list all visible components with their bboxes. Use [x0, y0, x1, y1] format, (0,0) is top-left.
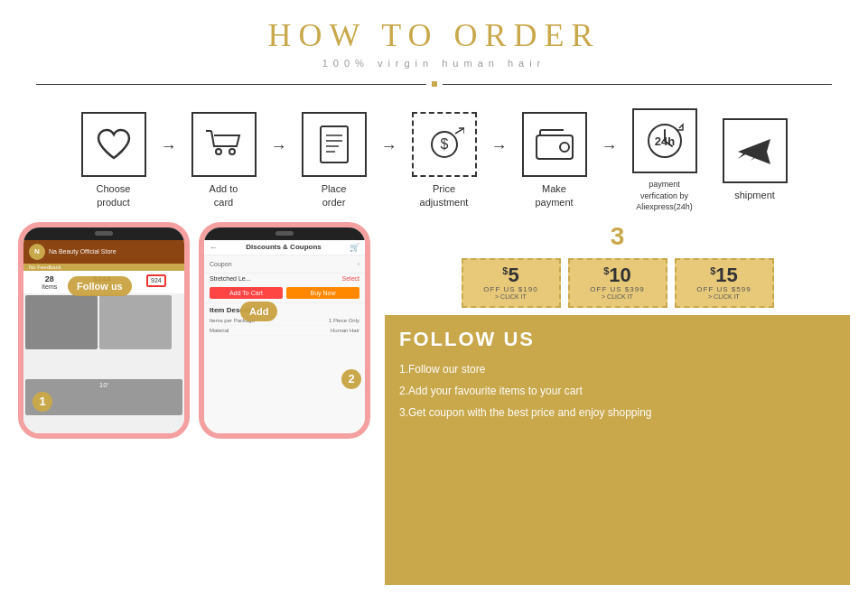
step-choose-product: Chooseproduct: [69, 112, 159, 210]
page-title: HOW TO ORDER: [0, 16, 868, 54]
svg-rect-3: [321, 126, 348, 162]
header: HOW TO ORDER 100% virgin human hair: [0, 0, 868, 76]
steps-row: Chooseproduct → Add tocard →: [0, 92, 868, 222]
p2-coupon-section: Coupon ›: [204, 255, 365, 273]
shipment-label: shipment: [734, 189, 775, 202]
coupon-10-amount: $10: [603, 265, 631, 285]
follow-item-3: 3.Get coupon with the best price and enj…: [399, 402, 835, 423]
arrow-4: →: [491, 137, 508, 156]
svg-line-10: [455, 128, 464, 134]
phone1-wrap: N Na Beauty Official Store No Feedback 2…: [18, 222, 190, 439]
p2-coupon-row: Coupon ›: [210, 259, 359, 269]
arrow-1: →: [161, 137, 177, 156]
plane-icon-box: [723, 118, 788, 183]
phone2-topbar: [204, 227, 365, 240]
coupon-5: $5 OFF US $190 > CLICK IT: [462, 258, 561, 308]
right-panel: 3 $5 OFF US $190 > CLICK IT $10 OFF US $…: [385, 222, 850, 585]
price-icon: $: [425, 125, 464, 164]
choose-product-icon-box: [81, 112, 146, 177]
p2-stretched: Stretched Le... Select: [204, 273, 365, 283]
p1-logo: N: [29, 244, 45, 260]
p2-header: ← Discounts & Coupons 🛒: [204, 240, 365, 255]
arrow-3: →: [381, 137, 397, 156]
phone2-screen: ← Discounts & Coupons 🛒 Coupon › Stretch…: [204, 240, 365, 439]
p1-items: 28 Items: [42, 274, 57, 290]
arrow-2: →: [271, 137, 287, 156]
p2-title: Discounts & Coupons: [246, 243, 322, 251]
svg-rect-14: [560, 143, 569, 152]
coupon-10-off: OFF US $399: [590, 285, 644, 293]
coupon-15-off: OFF US $599: [696, 285, 751, 293]
phone2-wrap: ← Discounts & Coupons 🛒 Coupon › Stretch…: [199, 222, 370, 439]
p1-header: N Na Beauty Official Store: [23, 240, 184, 264]
p1-product-1: [25, 295, 98, 349]
clock-icon-box: 24h: [632, 108, 697, 173]
place-order-label: Placeorder: [322, 182, 347, 210]
coupon-5-click[interactable]: > CLICK IT: [495, 293, 527, 300]
phone2-frame: ← Discounts & Coupons 🛒 Coupon › Stretch…: [199, 222, 370, 439]
phone2-notch: [275, 231, 294, 236]
wallet-icon: [535, 128, 574, 161]
clock24-icon: 24h: [645, 121, 685, 161]
payment-verification-label: paymentverfication byAliexpress(24h): [636, 179, 693, 213]
add-to-cart-button[interactable]: Add To Cart: [210, 287, 283, 299]
page-subtitle: 100% virgin human hair: [0, 58, 868, 69]
arrow-5: →: [602, 137, 618, 156]
price-adjustment-label: Priceadjustment: [420, 182, 469, 210]
p1-circle-924: 924: [146, 274, 166, 290]
plane-icon: [734, 134, 776, 168]
bottom-section: N Na Beauty Official Store No Feedback 2…: [0, 222, 868, 594]
coupon-15-amount: $15: [710, 265, 738, 285]
p1-products: 10': [23, 293, 184, 439]
divider-dot: [432, 81, 437, 87]
step-payment-verification: 24h paymentverfication byAliexpress(24h): [620, 108, 710, 213]
follow-box: FOLLOW US 1.Follow our store 2.Add your …: [385, 315, 850, 585]
svg-point-1: [216, 149, 221, 154]
follow-title: FOLLOW US: [399, 328, 835, 351]
order-icon: [317, 125, 351, 164]
cart-icon-box: [191, 112, 257, 177]
divider: [36, 81, 832, 87]
wallet-icon-box: [522, 112, 587, 177]
coupons-row: $5 OFF US $190 > CLICK IT $10 OFF US $39…: [385, 258, 850, 308]
phone1-step-circle: 1: [33, 392, 52, 412]
p1-feedback: No Feedback: [23, 264, 184, 271]
svg-text:$: $: [440, 136, 448, 152]
p2-buttons[interactable]: Add To Cart Buy Now: [204, 283, 365, 302]
phone1-notch: [95, 231, 113, 236]
p2-description: Item Description Items per Package 1 Pie…: [204, 302, 365, 339]
coupon-10: $10 OFF US $399 > CLICK IT: [568, 258, 667, 308]
add-badge: Add: [240, 302, 277, 321]
follow-list: 1.Follow our store 2.Add your favourite …: [399, 358, 835, 423]
cart-icon: [204, 126, 244, 162]
step-shipment: shipment: [710, 118, 800, 202]
coupon-15-click[interactable]: > CLICK IT: [708, 293, 740, 300]
coupon-5-amount: $5: [502, 265, 518, 285]
step-price-adjustment: $ Priceadjustment: [399, 112, 490, 210]
buy-now-button[interactable]: Buy Now: [286, 287, 359, 299]
svg-point-2: [229, 149, 235, 154]
heart-icon: [95, 127, 133, 162]
coupon-15: $15 OFF US $599 > CLICK IT: [675, 258, 774, 308]
divider-line-left: [36, 84, 426, 85]
p1-store-name: Na Beauty Official Store: [49, 248, 179, 255]
page-wrapper: HOW TO ORDER 100% virgin human hair Choo…: [0, 0, 868, 594]
step-add-to-cart: Add tocard: [179, 112, 269, 210]
coupon-10-click[interactable]: > CLICK IT: [602, 293, 633, 300]
divider-line-right: [443, 84, 833, 85]
coupon-5-off: OFF US $190: [483, 285, 537, 293]
follow-item-1: 1.Follow our store: [399, 358, 835, 380]
price-icon-box: $: [412, 112, 477, 177]
p1-product-2: [99, 295, 172, 349]
order-icon-box: [302, 112, 367, 177]
make-payment-label: Makepayment: [535, 182, 573, 210]
choose-product-label: Chooseproduct: [97, 182, 131, 210]
follow-us-badge: Follow us: [68, 276, 132, 296]
phone2-step-circle: 2: [341, 369, 361, 389]
p2-desc-row-2: Material Human Hair: [210, 326, 359, 336]
step-make-payment: Makepayment: [509, 112, 600, 210]
follow-item-2: 2.Add your favourite items to your cart: [399, 380, 835, 402]
phones-area: N Na Beauty Official Store No Feedback 2…: [18, 222, 370, 585]
p2-desc-row-1: Items per Package 1 Piece Only: [210, 316, 359, 326]
phone1-topbar: [23, 227, 184, 240]
